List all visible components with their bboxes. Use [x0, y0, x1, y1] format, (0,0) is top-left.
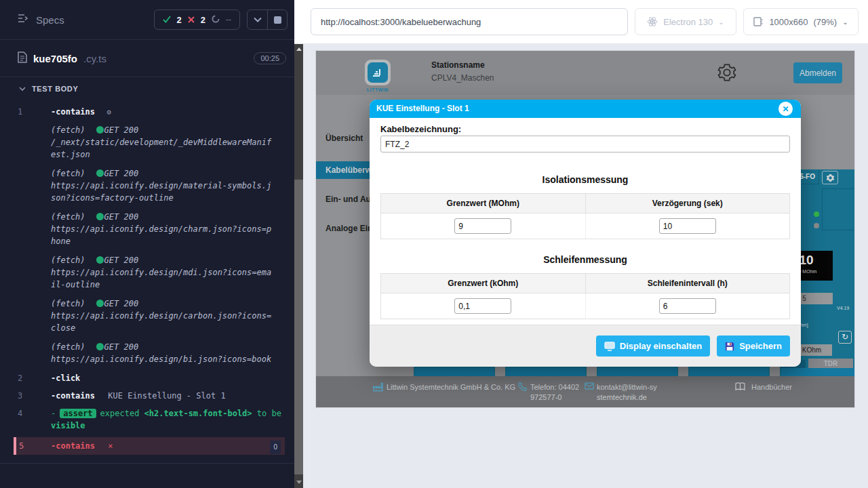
- viewport-size: 1000x660: [769, 17, 808, 27]
- viewport-select[interactable]: 1000x660 (79%) ⌄: [743, 8, 859, 35]
- fetch-url: https://api.iconify.design/mdi.json?icon…: [51, 266, 275, 291]
- factory-icon: [373, 382, 383, 393]
- fetch-log-entry[interactable]: (fetch)GET 200 https://api.iconify.desig…: [0, 167, 294, 204]
- fetch-status: GET 200: [104, 256, 139, 265]
- command-row[interactable]: 3 -contains KUE Einstellung - Slot 1: [0, 390, 294, 402]
- fail-x-icon: ×: [108, 441, 113, 451]
- scroll-down-arrow[interactable]: [296, 481, 302, 484]
- save-button[interactable]: Speichern: [717, 336, 790, 357]
- manuals-link[interactable]: Handbücher: [751, 382, 792, 392]
- fetch-log-entry[interactable]: (fetch)GET 200 /_next/static/development…: [0, 124, 294, 161]
- command-name: -click: [51, 373, 80, 383]
- command-row[interactable]: 1 -contains ⚙: [0, 106, 294, 119]
- scroll-up-arrow[interactable]: [296, 47, 302, 51]
- fetch-status: GET 200: [104, 299, 139, 308]
- fetch-url: https://api.iconify.design/material-symb…: [51, 180, 275, 204]
- command-name: -contains: [51, 391, 95, 401]
- chevron-down-icon: [19, 87, 26, 92]
- fetch-label: (fetch): [51, 299, 85, 308]
- electron-icon: [647, 16, 658, 27]
- reporter-scrollbar[interactable]: [294, 44, 303, 488]
- phone-icon: [518, 382, 527, 392]
- status-ok-dot: [96, 343, 104, 350]
- tile-bottom-bar: [507, 368, 585, 376]
- logo-wordmark: LITTWIN: [357, 87, 399, 92]
- command-number: 2: [18, 372, 22, 384]
- command-args: KUE Einstellung - Slot 1: [108, 391, 225, 401]
- tile-bottom-bar: [598, 368, 677, 376]
- tile-bottom-bar: [690, 368, 768, 376]
- command-number: 4: [18, 407, 22, 420]
- cypress-reporter: Specs 2 2 -- kue705fo .cy.ts 00:25: [0, 0, 294, 488]
- company-logo: [365, 60, 391, 85]
- loop-limit-input[interactable]: [454, 298, 511, 314]
- logo-icon: [368, 62, 388, 83]
- fetch-label: (fetch): [51, 256, 85, 265]
- sidebar-item-uebersicht[interactable]: Übersicht: [316, 134, 363, 143]
- settings-gear-icon[interactable]: [717, 63, 736, 82]
- isolation-limit-input[interactable]: [454, 218, 511, 234]
- specs-menu-icon[interactable]: [18, 14, 29, 26]
- failed-icon: [188, 14, 195, 26]
- cable-name-input[interactable]: [380, 136, 790, 152]
- fetch-label: (fetch): [51, 125, 85, 135]
- contact-email[interactable]: kontakt@littwin-systemtechnik.de: [597, 382, 660, 403]
- status-green-dot: [814, 211, 819, 217]
- stop-button[interactable]: [267, 10, 287, 29]
- pending-icon: [212, 14, 220, 26]
- specs-label[interactable]: Specs: [36, 14, 64, 26]
- fetch-status: GET 200: [104, 342, 139, 352]
- assert-pre: expected: [100, 409, 140, 418]
- fetch-status: GET 200: [104, 212, 139, 222]
- fetch-log-entry[interactable]: (fetch)GET 200 https://api.iconify.desig…: [0, 341, 294, 365]
- loop-interval-input[interactable]: [659, 298, 716, 314]
- loop-table: Grenzwert (kOhm) Schleifenintervall (h): [380, 273, 790, 319]
- command-row[interactable]: 2 -click: [0, 372, 294, 384]
- browser-select[interactable]: Electron 130 ⌄: [635, 8, 736, 35]
- failed-command-row[interactable]: 5 -contains × 0: [14, 437, 285, 455]
- refresh-icon[interactable]: ↻: [838, 331, 852, 344]
- fetch-label: (fetch): [51, 169, 85, 178]
- stop-icon: [274, 16, 281, 24]
- spec-file-icon: [18, 52, 27, 66]
- command-number: 3: [18, 390, 22, 402]
- chevron-down-icon: ⌄: [842, 18, 848, 26]
- collapse-button[interactable]: [248, 10, 267, 29]
- fetch-log-entry[interactable]: (fetch)GET 200 https://api.iconify.desig…: [0, 298, 294, 334]
- reporter-header: Specs 2 2 --: [0, 0, 294, 39]
- tile-bottom-bar: [415, 368, 494, 376]
- cable-name-label: Kabelbezeichnung:: [380, 124, 461, 134]
- status-ok-dot: [96, 256, 104, 264]
- app-header: LITTWIN Stationsname CPLV4_Maschen Abmel…: [316, 51, 854, 95]
- status-ok-dot: [96, 126, 104, 134]
- assert-row[interactable]: 4-assertexpected <h2.text-sm.font-bold> …: [0, 407, 285, 432]
- assert-badge: assert: [60, 409, 96, 418]
- fetch-url: /_next/static/development/_devMiddleware…: [51, 136, 275, 161]
- station-label: Stationsname: [431, 60, 494, 70]
- spec-ext: .cy.ts: [83, 53, 106, 64]
- isolation-table: Grenzwert (MOhm) Verzögerung (sek): [380, 193, 790, 239]
- loop-col2-header: Schleifenintervall (h): [586, 274, 790, 293]
- fetch-log-entry[interactable]: (fetch)GET 200 https://api.iconify.desig…: [0, 254, 294, 291]
- ruler-icon: [753, 17, 764, 26]
- tile-gear-icon[interactable]: [822, 171, 838, 184]
- command-name: -contains: [51, 107, 95, 117]
- kue-settings-modal: KUE Einstellung - Slot 1 ✕ Kabelbezeichn…: [370, 100, 801, 367]
- status-ok-dot: [96, 300, 104, 307]
- company-name: Littwin Systemtechnik GmbH & Co. KG: [387, 382, 517, 392]
- status-gray-dot: [814, 223, 819, 228]
- fetch-log-entry[interactable]: (fetch)GET 200 https://api.iconify.desig…: [0, 211, 294, 247]
- test-body-toggle[interactable]: TEST BODY: [0, 77, 294, 100]
- modal-footer: Display einschalten Speichern: [370, 325, 801, 367]
- passed-icon: [163, 14, 171, 26]
- logout-button[interactable]: Abmelden: [793, 62, 842, 83]
- spec-file-row[interactable]: kue705fo .cy.ts 00:25: [0, 40, 294, 77]
- floppy-disk-icon: [725, 342, 734, 351]
- scrollbar-thumb[interactable]: [294, 180, 303, 474]
- isolation-delay-input[interactable]: [659, 218, 716, 234]
- url-input[interactable]: [311, 8, 628, 35]
- station-block: Stationsname CPLV4_Maschen: [431, 60, 494, 83]
- fetch-status: GET 200: [104, 125, 139, 135]
- display-on-button[interactable]: Display einschalten: [596, 336, 710, 357]
- close-icon[interactable]: ✕: [778, 102, 793, 116]
